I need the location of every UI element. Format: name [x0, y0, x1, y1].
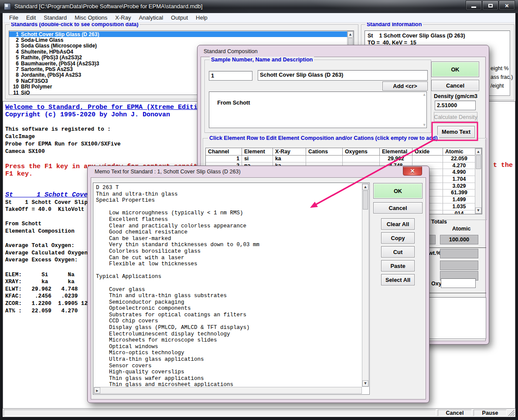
- table-cell[interactable]: 014: [443, 210, 476, 215]
- sample-group-label: Sample Number, Name and Description: [210, 57, 314, 63]
- copy-button[interactable]: Copy: [381, 232, 415, 244]
- window-title: Standard [C:\ProgramData\Probe Software\…: [14, 3, 202, 10]
- memo-hscrollbar[interactable]: ◀ ▶: [94, 387, 362, 394]
- standard-list-item[interactable]: 1Schott Cover Slip Glass (D 263): [9, 31, 354, 37]
- sample-number-field[interactable]: 1: [209, 71, 252, 81]
- sample-description-text: From Schott: [217, 99, 250, 106]
- status-bar: Cancel Pause: [3, 409, 515, 417]
- status-pause-button[interactable]: Pause: [474, 410, 507, 416]
- oxygen-field[interactable]: [441, 278, 476, 288]
- log-line: ELWT: 29.962 4.748 2.: [5, 286, 94, 293]
- oxide-weight-fragment: /eight: [491, 83, 504, 89]
- scroll-down-icon[interactable]: ▼: [475, 207, 481, 213]
- clear-all-button[interactable]: Clear All: [381, 218, 415, 230]
- total-box-2: [440, 261, 478, 270]
- table-header-x-ray: X-Ray: [273, 148, 306, 156]
- table-header-channel: Channel: [206, 148, 242, 156]
- memo-close-button[interactable]: ✕: [403, 166, 422, 176]
- table-cell[interactable]: 3.029: [443, 183, 476, 190]
- table-header-oxide: Oxide: [412, 148, 443, 156]
- cut-button[interactable]: Cut: [381, 246, 415, 257]
- density-field[interactable]: 2.51000: [435, 101, 476, 110]
- log-line: [5, 156, 198, 163]
- log-line: Average Total Oxygen:: [5, 242, 94, 250]
- minimize-button[interactable]: [466, 0, 482, 10]
- table-header-cations: Cations: [306, 148, 343, 156]
- memo-cancel-button[interactable]: Cancel: [373, 202, 423, 213]
- log-line: Probe for EPMA Run for SX100/SXFive: [5, 141, 198, 148]
- memo-ok-button[interactable]: OK: [373, 183, 423, 199]
- log-red-fragment: t the: [493, 162, 513, 169]
- table-cell[interactable]: 1.704: [443, 176, 476, 183]
- paste-button[interactable]: Paste: [381, 260, 415, 271]
- atomic-total-label: Atomic: [452, 226, 470, 232]
- calculate-density-button: Calculate Density: [434, 112, 477, 122]
- table-header-atomic: Atomic: [443, 148, 476, 156]
- add-cr-button[interactable]: Add <cr>: [382, 81, 428, 91]
- memo-text-button[interactable]: Memo Text: [437, 126, 475, 138]
- menu-edit[interactable]: Edit: [22, 14, 40, 22]
- element-table-row[interactable]: 1sika29.96222.059: [206, 156, 482, 163]
- totals-label: Totals: [431, 219, 447, 225]
- table-cell[interactable]: 1.035: [443, 203, 476, 210]
- table-cell[interactable]: 4.990: [443, 169, 476, 176]
- table-cell[interactable]: 4.270: [443, 163, 476, 169]
- menu-file[interactable]: File: [5, 14, 22, 22]
- log-line: ELEM: Si Na: [5, 271, 94, 279]
- scroll-down-icon[interactable]: ▼: [362, 380, 368, 386]
- mass-frac-fragment: ass frac.): [491, 74, 513, 80]
- scrollbar-thumb[interactable]: [363, 190, 368, 210]
- weight-percent-fragment: eight %: [491, 65, 509, 71]
- scrollbar-thumb[interactable]: [476, 155, 481, 169]
- table-cell[interactable]: ka: [273, 156, 306, 163]
- scroll-up-icon[interactable]: ▲: [475, 149, 481, 155]
- menu-analytical[interactable]: Analytical: [135, 14, 167, 22]
- composition-cancel-button[interactable]: Cancel: [431, 80, 479, 91]
- maximize-button[interactable]: [482, 0, 498, 10]
- log-line: ZCOR: 1.2200 1.9905 12.5: [5, 300, 94, 308]
- select-all-button[interactable]: Select All: [381, 274, 415, 285]
- composition-ok-button[interactable]: OK: [431, 61, 479, 77]
- menu-x-ray[interactable]: X-Ray: [111, 14, 135, 22]
- close-button[interactable]: ×: [499, 0, 515, 10]
- table-header-elemental: Elemental: [380, 148, 412, 156]
- log-line: [5, 119, 198, 126]
- table-cell[interactable]: 61.399: [443, 190, 476, 196]
- scroll-up-icon[interactable]: ▲: [348, 31, 353, 37]
- status-cancel-button[interactable]: Cancel: [438, 410, 472, 416]
- element-table-header: ChannelElementX-RayCationsOxygensElement…: [206, 148, 482, 156]
- resize-grip[interactable]: [508, 410, 515, 416]
- memo-dialog-title: Memo Text for Standard : 1, Schott Cover…: [95, 169, 241, 175]
- memo-text-content: D 263 T Thin and ultra-thin glass Specia…: [96, 185, 259, 388]
- table-cell[interactable]: 22.059: [443, 156, 476, 163]
- scroll-right-icon[interactable]: ▶: [94, 387, 100, 393]
- standard-list-item[interactable]: 2Soda-Lime Glass: [9, 37, 354, 43]
- memo-vscrollbar[interactable]: ▲ ▼: [362, 183, 369, 387]
- scroll-up-icon[interactable]: ▲: [362, 184, 368, 190]
- log-line: Copyright (c) 1995-2020 by John J. Donov…: [5, 111, 198, 119]
- table-cell[interactable]: 1.499: [443, 196, 476, 203]
- table-cell[interactable]: si: [242, 156, 273, 163]
- minimize-icon: [471, 7, 476, 8]
- menu-standard[interactable]: Standard: [40, 14, 71, 22]
- sample-description-field[interactable]: From Schott ▲ ▼: [209, 91, 427, 128]
- menu-help[interactable]: Help: [192, 14, 211, 22]
- table-cell[interactable]: [306, 156, 343, 163]
- element-table-scrollbar[interactable]: ▲ ▼: [475, 148, 482, 214]
- log-line: St 1 Schott Cove: [5, 192, 94, 199]
- log-line: TakeOff = 40.0 KiloVolt =: [5, 206, 94, 213]
- log-line: AT% : 22.059 4.270 4.: [5, 308, 94, 315]
- memo-textbox[interactable]: D 263 T Thin and ultra-thin glass Specia…: [93, 183, 370, 395]
- table-cell[interactable]: 29.962: [380, 156, 412, 163]
- log-line: This software is registered to :: [5, 126, 198, 133]
- menu-misc-options[interactable]: Misc Options: [71, 14, 111, 22]
- memo-text-dialog: Memo Text for Standard : 1, Schott Cover…: [87, 166, 429, 403]
- log-line: St 1 Schott Cover Slip G: [5, 199, 94, 207]
- table-cell[interactable]: [412, 156, 443, 163]
- table-cell[interactable]: 1: [206, 156, 242, 163]
- log-line: [5, 264, 94, 271]
- menu-output[interactable]: Output: [167, 14, 192, 22]
- close-icon: ×: [505, 2, 509, 9]
- sample-name-field[interactable]: Schott Cover Slip Glass (D 263): [258, 70, 428, 81]
- table-cell[interactable]: [343, 156, 380, 163]
